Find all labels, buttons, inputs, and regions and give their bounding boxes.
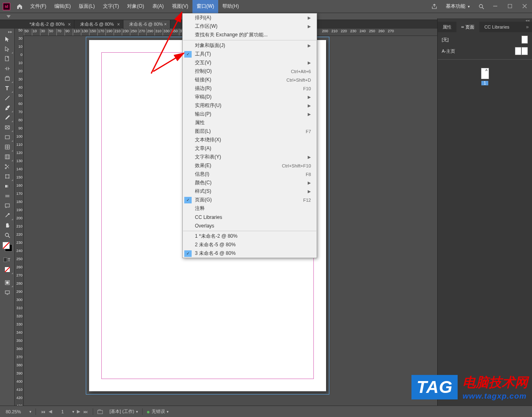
first-page-icon[interactable]: ⏮ [40,409,46,414]
open-doc-icon[interactable] [95,408,105,416]
eyedropper-tool[interactable] [1,211,13,221]
window-menu-dropdown: 排列(A)▶工作区(W)▶查找有关 Exchange 的扩展功能...对象和版面… [182,13,317,258]
workspace-switcher[interactable]: 基本功能 ▾ [441,3,475,10]
menu-item[interactable]: 审稿(D)▶ [183,93,317,101]
free-transform-tool[interactable] [1,172,13,181]
prev-page-icon[interactable]: ◀ [48,409,53,414]
page-number[interactable]: 1 [54,409,71,414]
menu-item[interactable]: 控制(O)Ctrl+Alt+6 [183,67,317,76]
scissors-tool[interactable] [1,162,13,172]
panel-tab-pages[interactable]: ∞ 页面 [456,22,479,32]
doc-tab-2[interactable]: 未命名-5 @ 80% × [74,20,123,29]
menu-item[interactable]: 信息(I)F8 [183,170,317,178]
menu-item[interactable]: 描边(R)F10 [183,84,317,93]
content-collector-tool[interactable] [1,74,13,83]
menu-item[interactable]: 文字和表(Y)▶ [183,153,317,161]
menu-item[interactable]: 输出(P)▶ [183,110,317,118]
close-icon[interactable]: × [117,22,120,27]
chevron-down-icon[interactable] [7,15,11,18]
chevron-down-icon[interactable]: ▾ [29,410,31,414]
panel-collapse-icon[interactable]: ◂◂ [438,18,532,22]
gradient-feather-tool[interactable] [1,191,13,201]
menu-item[interactable]: 对象和版面(J)▶ [183,41,317,50]
direct-selection-tool[interactable] [1,44,13,54]
apply-color-tool[interactable] [1,265,13,274]
container-format-tool[interactable]: T [1,255,13,265]
page-tool[interactable] [1,54,13,64]
page-spread[interactable]: A 1 [438,68,532,85]
menu-item[interactable]: 链接(K)Ctrl+Shift+D [183,76,317,84]
menu-item[interactable]: 查找有关 Exchange 的扩展功能... [183,31,317,39]
grid-tool[interactable] [1,142,13,152]
page-thumb[interactable]: A [481,68,489,79]
next-page-icon[interactable]: ▶ [76,409,81,414]
menu-layout[interactable]: 版面(L) [75,0,99,13]
menu-item[interactable]: 颜色(C)▶ [183,178,317,187]
menu-item[interactable]: CC Libraries [183,213,317,221]
fill-swatch[interactable] [2,242,10,249]
minimize-button[interactable] [488,2,503,11]
last-page-icon[interactable]: ⏭ [83,409,89,414]
line-tool[interactable] [1,93,13,103]
selection-tool[interactable] [1,34,13,44]
menu-item[interactable]: 样式(S)▶ [183,187,317,196]
view-mode-tool[interactable] [1,278,13,288]
note-tool[interactable] [1,201,13,211]
share-icon[interactable] [428,3,441,10]
master-none-row[interactable]: [无] [438,34,532,45]
panel-tab-cclibraries[interactable]: CC Libraries [479,22,514,32]
preflight-profile[interactable]: [基本] (工作) ▾ [107,408,141,416]
menu-item[interactable]: 文章(A) [183,144,317,153]
screen-mode-tool[interactable] [1,288,13,297]
menu-item[interactable]: 实用程序(U)▶ [183,101,317,110]
menu-file[interactable]: 文件(F) [26,0,50,13]
menu-item[interactable]: 交互(V)▶ [183,58,317,67]
close-button[interactable] [517,2,532,11]
hand-tool[interactable] [1,221,13,230]
horizontal-grid-tool[interactable] [1,152,13,162]
menu-object[interactable]: 对象(O) [123,0,148,13]
home-icon[interactable] [13,3,26,10]
gap-tool[interactable] [1,64,13,74]
menu-item[interactable]: 图层(L)F7 [183,127,317,136]
zoom-tool[interactable] [1,230,13,240]
search-icon[interactable] [475,3,488,10]
panel-menu-icon[interactable]: » [523,22,532,32]
menu-help[interactable]: 帮助(H) [218,0,243,13]
expand-tools-icon[interactable]: ▸▸ [1,29,13,34]
panel-tab-properties[interactable]: 属性 [438,22,456,32]
menu-window[interactable]: 窗口(W) [192,0,218,13]
fill-stroke-swatch[interactable] [2,242,12,252]
pencil-tool[interactable] [1,113,13,123]
menu-item[interactable]: 2 未命名-5 @ 80% [183,241,317,249]
rectangle-frame-tool[interactable] [1,123,13,132]
doc-tab-3[interactable]: 未命名-6 @ 80% × [123,20,170,29]
menu-item[interactable]: ✓工具(T) [183,50,317,58]
menu-item[interactable]: 文本绕排(X) [183,136,317,144]
pen-tool[interactable] [1,103,13,113]
type-tool[interactable]: T [1,83,13,93]
master-a-row[interactable]: A-主页 [438,45,532,57]
menu-view[interactable]: 视图(V) [168,0,192,13]
maximize-button[interactable] [503,2,517,11]
menu-item[interactable]: ✓3 未命名-6 @ 80% [183,249,317,258]
menu-item[interactable]: 1 *未命名-2 @ 80% [183,232,317,241]
gradient-swatch-tool[interactable] [1,181,13,191]
menu-item[interactable]: 效果(E)Ctrl+Shift+F10 [183,161,317,170]
zoom-level[interactable]: 80.25% ▾ [3,408,34,416]
menu-edit[interactable]: 编辑(E) [50,0,75,13]
menu-item[interactable]: 排列(A)▶ [183,13,317,22]
menu-type[interactable]: 文字(T) [99,0,123,13]
menu-item[interactable]: Overlays [183,221,317,230]
chevron-down-icon[interactable]: ▾ [72,410,74,414]
menu-item[interactable]: 属性 [183,118,317,127]
rectangle-tool[interactable] [1,132,13,142]
menu-item[interactable]: 工作区(W)▶ [183,22,317,31]
doc-tab-1[interactable]: *未命名-2 @ 80% × [24,20,74,29]
menu-table[interactable]: 表(A) [148,0,168,13]
preflight-status[interactable]: ● 无错误 ▾ [144,408,171,416]
vertical-ruler[interactable]: 5030100102030405060708090100110120130140… [15,29,24,406]
menu-item[interactable]: ✓页面(G)F12 [183,196,317,204]
menu-item[interactable]: 注释 [183,204,317,213]
close-icon[interactable]: × [68,22,71,27]
